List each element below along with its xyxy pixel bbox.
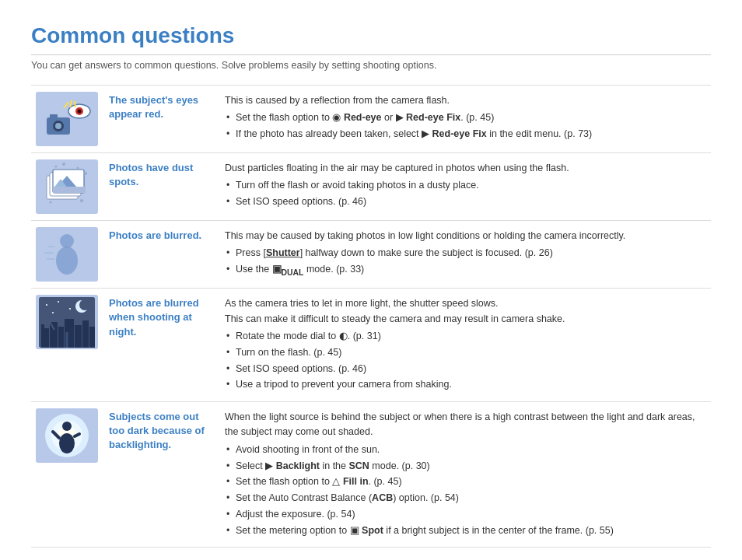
svg-line-55	[75, 434, 79, 436]
row-label-backlight: Subjects come out too dark because of ba…	[103, 402, 215, 548]
svg-line-10	[75, 101, 75, 107]
svg-rect-23	[53, 187, 86, 193]
row-label-red-eye: The subject's eyes appear red.	[103, 86, 215, 153]
svg-rect-37	[58, 327, 64, 348]
row-desc-night: As the camera tries to let in more light…	[215, 289, 711, 402]
row-image-backlight	[31, 402, 103, 548]
svg-rect-40	[82, 320, 89, 348]
svg-point-15	[62, 163, 65, 166]
svg-point-25	[60, 234, 74, 248]
svg-rect-2	[50, 114, 58, 119]
row-image-red-eye	[31, 86, 103, 153]
svg-point-44	[69, 308, 71, 310]
svg-rect-36	[50, 322, 58, 348]
common-questions-table: The subject's eyes appear red. This is c…	[31, 85, 711, 548]
svg-point-26	[56, 247, 78, 275]
row-desc-red-eye: This is caused by a reflection from the …	[215, 86, 711, 153]
row-desc-blurred: This may be caused by taking photos in l…	[215, 221, 711, 289]
svg-point-7	[78, 109, 82, 113]
table-row: Photos have dust spots. Dust particles f…	[31, 153, 711, 221]
svg-point-52	[62, 422, 72, 431]
row-label-blurred: Photos are blurred.	[103, 221, 215, 289]
row-image-dust	[31, 153, 103, 221]
svg-point-45	[52, 312, 54, 313]
svg-point-42	[46, 304, 47, 306]
svg-point-17	[55, 165, 58, 167]
table-row: Photos are blurred. This may be caused b…	[31, 221, 711, 289]
table-row: Photos are blurred when shooting at nigh…	[31, 289, 711, 402]
page-title: Common questions	[31, 23, 711, 55]
table-row: The subject's eyes appear red. This is c…	[31, 86, 711, 153]
svg-rect-39	[75, 325, 82, 348]
row-label-dust: Photos have dust spots.	[103, 153, 215, 221]
svg-point-16	[77, 166, 79, 169]
svg-rect-41	[89, 327, 95, 348]
row-image-blurred	[31, 221, 103, 289]
row-desc-backlight: When the light source is behind the subj…	[215, 402, 711, 548]
svg-point-4	[55, 123, 61, 129]
page-subtitle: You can get answers to common questions.…	[31, 60, 711, 71]
row-label-night: Photos are blurred when shooting at nigh…	[103, 289, 215, 402]
row-image-night	[31, 289, 103, 402]
svg-point-19	[50, 201, 52, 203]
svg-point-33	[79, 299, 90, 310]
table-row: Subjects come out too dark because of ba…	[31, 402, 711, 548]
svg-point-18	[84, 172, 87, 175]
svg-point-43	[58, 301, 59, 303]
svg-point-53	[59, 433, 75, 453]
row-desc-dust: Dust particles floating in the air may b…	[215, 153, 711, 221]
svg-point-20	[80, 199, 83, 202]
svg-rect-35	[41, 324, 44, 348]
